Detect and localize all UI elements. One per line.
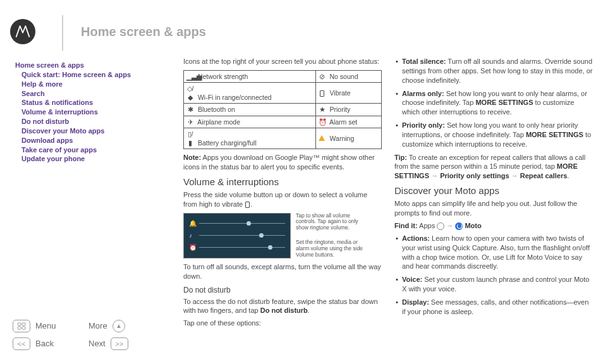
sidebar-nav: Home screen & apps Quick start: Home scr…	[15, 61, 164, 164]
intro-text: Icons at the top right of your screen te…	[183, 57, 382, 66]
moto-app-icon	[455, 222, 463, 230]
table-cell: ✈ Airplane mode	[184, 116, 316, 128]
back-icon[interactable]: <<	[13, 337, 30, 350]
note-paragraph: Note: Apps you download on Google Play™ …	[183, 153, 382, 172]
caption-2: Set the ringtone, media or alarm volume …	[296, 240, 372, 258]
volume-panel: 🔔 ♪ ⏰	[183, 213, 291, 258]
list-item: Alarms only: Set how long you want to on…	[394, 89, 593, 118]
svg-marker-4	[117, 324, 121, 328]
volume-paragraph: Press the side volume button up or down …	[183, 190, 382, 209]
menu-icon[interactable]	[13, 320, 30, 332]
list-item: Total silence: Turn off all sounds and a…	[394, 57, 593, 85]
column-left: Icons at the top right of your screen te…	[183, 57, 382, 353]
dnd-options-list: Total silence: Turn off all sounds and a…	[394, 57, 593, 149]
sidebar-item[interactable]: Discover your Moto apps	[21, 126, 164, 136]
sidebar-item[interactable]: Do not disturb	[21, 117, 164, 126]
sidebar-item[interactable]: Status & notifications	[21, 98, 164, 107]
dnd-para1: To access the do not disturb feature, sw…	[183, 297, 382, 316]
sidebar-item[interactable]: Update your phone	[21, 154, 164, 164]
svg-rect-0	[18, 323, 21, 325]
svg-rect-1	[22, 323, 25, 325]
tip-paragraph: Tip: To create an exception for repeat c…	[394, 153, 593, 181]
find-it-line: Find it: Apps → Moto	[394, 221, 593, 231]
sidebar-item[interactable]: Take care of your apps	[21, 145, 164, 155]
next-icon[interactable]: >>	[111, 337, 128, 350]
table-cell: Vibrate	[315, 83, 381, 104]
sidebar-item[interactable]: Help & more	[21, 80, 164, 89]
moto-features-list: Actions: Learn how to open your camera w…	[394, 234, 593, 317]
discover-para: Moto apps can simplify life and help you…	[394, 199, 593, 218]
table-cell: ⏰ Alarm set	[315, 116, 381, 128]
heading-dnd: Do not disturb	[183, 285, 382, 295]
list-item: Voice: Set your custom launch phrase and…	[394, 275, 593, 294]
more-icon[interactable]	[113, 320, 125, 332]
list-item: Display: See messages, calls, and other …	[394, 298, 593, 317]
more-label[interactable]: More	[88, 320, 107, 332]
turnoff-text: To turn off all sounds, except alarms, t…	[183, 262, 382, 281]
table-cell: Warning	[315, 128, 381, 149]
heading-volume: Volume & interruptions	[183, 176, 382, 188]
svg-rect-2	[18, 327, 21, 329]
volume-figure: 🔔 ♪ ⏰ Tap to show all volume controls. T…	[183, 213, 382, 258]
table-cell: ◇/◆ Wi-Fi in range/connected	[184, 83, 316, 104]
caption-1: Tap to show all volume controls. Tap aga…	[296, 213, 372, 231]
page-title: Home screen & apps	[81, 23, 206, 40]
table-cell: ▁▃▅ Network strength	[184, 70, 316, 82]
column-right: Total silence: Turn off all sounds and a…	[394, 57, 593, 353]
status-icons-table: ▁▃▅ Network strength⊘ No sound◇/◆ Wi-Fi …	[183, 70, 382, 149]
list-item: Priority only: Set how long you want to …	[394, 121, 593, 149]
apps-grid-icon	[437, 222, 444, 230]
vibrate-icon	[245, 202, 250, 208]
table-cell: ★ Priority	[315, 104, 381, 116]
table-cell: ▯/▮ Battery charging/full	[184, 128, 316, 149]
back-label[interactable]: Back	[35, 338, 54, 349]
table-cell: ✱ Bluetooth on	[184, 104, 316, 116]
list-item: Actions: Learn how to open your camera w…	[394, 234, 593, 271]
next-label[interactable]: Next	[88, 338, 106, 349]
sidebar-top[interactable]: Home screen & apps	[15, 61, 164, 70]
sidebar-item[interactable]: Volume & interruptions	[21, 107, 164, 117]
header-divider	[62, 15, 63, 51]
sidebar-item[interactable]: Search	[21, 89, 164, 99]
menu-label[interactable]: Menu	[35, 320, 56, 332]
heading-discover: Discover your Moto apps	[394, 185, 593, 197]
table-cell: ⊘ No sound	[315, 70, 381, 82]
motorola-logo	[10, 19, 35, 44]
sidebar-item[interactable]: Quick start: Home screen & apps	[21, 70, 164, 80]
dnd-para2: Tap one of these options:	[183, 318, 382, 328]
sidebar-item[interactable]: Download apps	[21, 136, 164, 145]
svg-rect-3	[22, 327, 25, 329]
